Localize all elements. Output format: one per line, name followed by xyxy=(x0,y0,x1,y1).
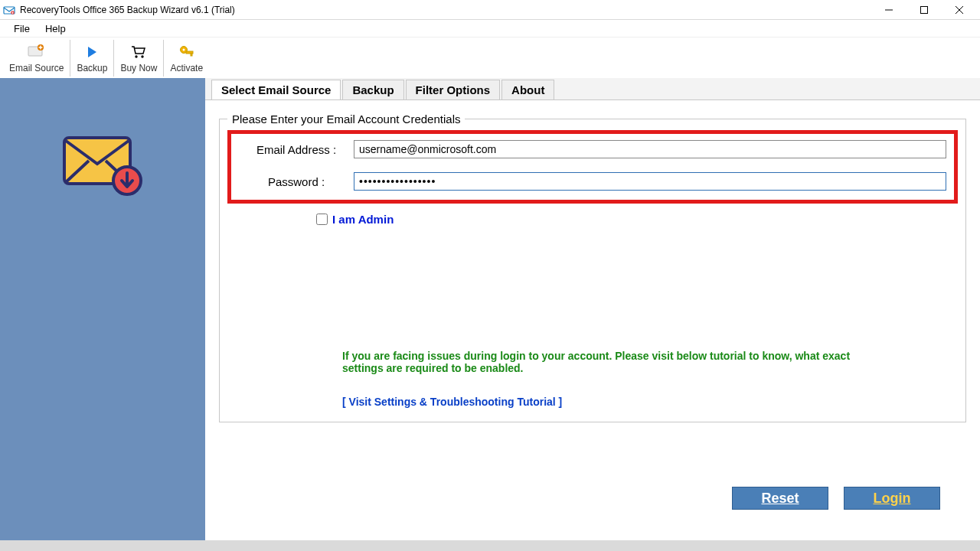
tab-backup[interactable]: Backup xyxy=(342,80,403,99)
statusbar xyxy=(0,540,980,551)
toolbar-email-source[interactable]: Email Source xyxy=(3,40,70,77)
credentials-highlight: Email Address : Password : xyxy=(227,130,958,204)
password-input[interactable] xyxy=(354,172,946,191)
toolbar-backup[interactable]: Backup xyxy=(70,40,114,77)
svg-marker-10 xyxy=(88,47,96,57)
email-source-icon xyxy=(28,43,46,61)
svg-point-12 xyxy=(142,55,144,57)
window-title: RecoveryTools Office 365 Backup Wizard v… xyxy=(20,5,235,15)
admin-checkbox[interactable] xyxy=(316,214,328,225)
toolbar-backup-label: Backup xyxy=(77,63,107,73)
toolbar-activate[interactable]: Activate xyxy=(164,40,209,77)
tabs: Select Email Source Backup Filter Option… xyxy=(205,78,980,99)
menubar: File Help xyxy=(0,20,980,37)
login-button[interactable]: Login xyxy=(844,487,940,510)
email-input[interactable] xyxy=(354,140,946,158)
toolbar-buy-now-label: Buy Now xyxy=(120,63,157,73)
password-label: Password : xyxy=(239,175,354,188)
tutorial-link[interactable]: [ Visit Settings & Troubleshooting Tutor… xyxy=(342,396,958,408)
button-row: Reset Login xyxy=(732,487,940,510)
toolbar-email-source-label: Email Source xyxy=(9,63,64,73)
maximize-button[interactable] xyxy=(906,0,942,20)
svg-rect-16 xyxy=(191,54,192,56)
tab-about[interactable]: About xyxy=(501,80,554,99)
titlebar: RecoveryTools Office 365 Backup Wizard v… xyxy=(0,0,980,20)
app-icon xyxy=(3,4,15,16)
play-icon xyxy=(85,43,99,61)
tab-filter-options[interactable]: Filter Options xyxy=(406,80,501,99)
menu-help[interactable]: Help xyxy=(38,21,74,36)
menu-file[interactable]: File xyxy=(6,21,38,36)
password-row: Password : xyxy=(239,172,946,191)
email-label: Email Address : xyxy=(239,143,354,156)
cart-icon xyxy=(130,43,147,61)
toolbar-buy-now[interactable]: Buy Now xyxy=(114,40,164,77)
svg-point-11 xyxy=(136,55,138,57)
content-area: Select Email Source Backup Filter Option… xyxy=(205,78,980,540)
email-row: Email Address : xyxy=(239,140,946,158)
svg-rect-3 xyxy=(921,6,928,13)
reset-button[interactable]: Reset xyxy=(732,487,828,510)
tab-select-email-source[interactable]: Select Email Source xyxy=(211,80,341,100)
admin-row: I am Admin xyxy=(313,211,958,227)
minimize-button[interactable] xyxy=(871,0,906,20)
envelope-download-icon xyxy=(57,124,149,203)
credentials-fieldset: Please Enter your Email Account Credenti… xyxy=(219,112,966,422)
toolbar: Email Source Backup Buy Now xyxy=(0,37,980,78)
login-help-text: If you are facing issues during login to… xyxy=(342,350,893,374)
close-button[interactable] xyxy=(942,0,977,20)
toolbar-activate-label: Activate xyxy=(170,63,203,73)
sidebar xyxy=(0,78,205,540)
credentials-legend: Please Enter your Email Account Credenti… xyxy=(227,112,465,126)
main-area: Select Email Source Backup Filter Option… xyxy=(0,78,980,540)
key-icon xyxy=(178,43,195,61)
svg-point-14 xyxy=(182,48,185,51)
admin-label: I am Admin xyxy=(332,213,394,226)
tab-panel: Please Enter your Email Account Credenti… xyxy=(205,99,980,540)
